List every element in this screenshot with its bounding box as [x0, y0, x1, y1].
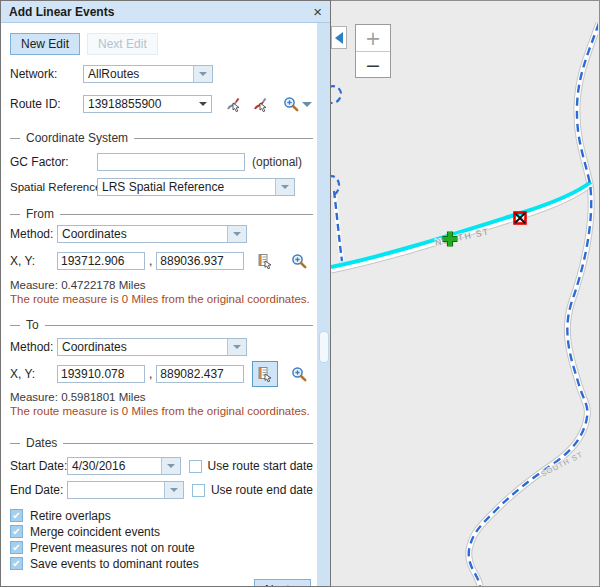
- next-edit-button: Next Edit: [87, 33, 158, 55]
- add-linear-events-panel: Add Linear Events × New Edit Next Edit N…: [0, 0, 331, 587]
- magnifier-plus-icon: [291, 366, 308, 383]
- app-window: Add Linear Events × New Edit Next Edit N…: [0, 0, 600, 587]
- use-route-end-date-checkbox[interactable]: [192, 484, 205, 497]
- option-row: Merge coincident events: [10, 524, 313, 539]
- xy-separator: ,: [149, 254, 152, 268]
- spatial-reference-dropdown-button[interactable]: [275, 179, 294, 195]
- prevent-measures-label: Prevent measures not on route: [30, 541, 195, 555]
- to-measure-text: Measure: 0.5981801 Miles: [10, 391, 313, 403]
- network-dropdown-button[interactable]: [193, 66, 212, 82]
- chevron-down-icon: [302, 102, 312, 112]
- chevron-down-icon: [199, 72, 207, 80]
- merge-coincident-events-checkbox[interactable]: [10, 525, 23, 538]
- route-id-value: 13918855900: [84, 96, 195, 112]
- merge-coincident-events-label: Merge coincident events: [30, 525, 160, 539]
- to-warning-text: The route measure is 0 Miles from the or…: [10, 405, 313, 417]
- route-cursor-icon: [226, 96, 242, 112]
- to-method-select[interactable]: Coordinates: [57, 338, 247, 356]
- end-date-value: [68, 482, 164, 498]
- magnifier-plus-icon: [291, 253, 308, 270]
- section-title: From: [26, 207, 54, 221]
- map-graphics: NORTH ST SOUTH ST: [331, 1, 598, 586]
- prevent-measures-checkbox[interactable]: [10, 541, 23, 554]
- xy-separator: ,: [149, 367, 152, 381]
- to-method-label: Method:: [10, 340, 57, 354]
- from-zoom-button[interactable]: [287, 249, 311, 273]
- route-loop: [331, 86, 341, 103]
- spatial-reference-select[interactable]: LRS Spatial Reference: [97, 178, 295, 196]
- gc-factor-label: GC Factor:: [10, 155, 97, 169]
- to-method-dropdown-button[interactable]: [227, 339, 246, 355]
- route-cursor-red-icon: [253, 96, 269, 112]
- use-route-start-date-checkbox[interactable]: [189, 460, 202, 473]
- from-method-dropdown-button[interactable]: [227, 226, 246, 242]
- route-id-dropdown-button[interactable]: [195, 96, 211, 112]
- option-row: Retire overlaps: [10, 508, 313, 523]
- optional-note: (optional): [252, 155, 302, 169]
- retire-overlaps-checkbox[interactable]: [10, 509, 23, 522]
- from-x-input[interactable]: [57, 252, 145, 270]
- to-zoom-button[interactable]: [287, 362, 311, 386]
- option-row: Save events to dominant routes: [10, 556, 313, 571]
- use-route-end-date-label: Use route end date: [211, 483, 313, 497]
- from-method-select[interactable]: Coordinates: [57, 225, 247, 243]
- to-xy-label: X, Y:: [10, 367, 57, 381]
- chevron-down-icon: [233, 345, 241, 353]
- chevron-down-icon: [233, 232, 241, 240]
- chevron-down-icon: [199, 102, 207, 110]
- selected-route-highlight: [331, 182, 591, 267]
- zoom-out-button[interactable]: −: [356, 52, 390, 78]
- end-date-picker[interactable]: [67, 481, 184, 499]
- network-label: Network:: [10, 67, 83, 81]
- map-canvas[interactable]: NORTH ST SOUTH ST + −: [331, 0, 600, 587]
- select-route-from-selection-button[interactable]: [250, 92, 274, 116]
- start-date-picker[interactable]: 4/30/2016: [67, 457, 181, 475]
- chevron-down-icon: [281, 185, 289, 193]
- chevron-left-icon: [335, 32, 343, 44]
- to-x-input[interactable]: [57, 365, 145, 383]
- from-y-input[interactable]: [156, 252, 244, 270]
- chevron-down-icon: [170, 488, 178, 496]
- start-date-dropdown-button[interactable]: [161, 458, 180, 474]
- table-cursor-icon: [257, 366, 273, 382]
- retire-overlaps-label: Retire overlaps: [30, 509, 111, 523]
- option-row: Prevent measures not on route: [10, 540, 313, 555]
- end-date-label: End Date:: [10, 483, 67, 497]
- to-pick-on-map-button[interactable]: [252, 361, 278, 387]
- to-y-input[interactable]: [156, 365, 244, 383]
- select-route-on-map-button[interactable]: [222, 92, 246, 116]
- gc-factor-input[interactable]: [97, 153, 245, 171]
- section-title: To: [26, 318, 39, 332]
- spatial-reference-value: LRS Spatial Reference: [98, 179, 275, 195]
- from-measure-text: Measure: 0.4722178 Miles: [10, 279, 313, 291]
- next-button[interactable]: Next >: [254, 579, 311, 586]
- scrollbar-thumb[interactable]: [319, 331, 329, 363]
- new-edit-button[interactable]: New Edit: [10, 33, 80, 55]
- save-events-dominant-routes-label: Save events to dominant routes: [30, 557, 199, 571]
- zoom-in-button[interactable]: +: [356, 25, 390, 52]
- coordinate-system-section-header: Coordinate System: [10, 131, 313, 145]
- from-pick-on-map-button[interactable]: [253, 249, 277, 273]
- route-id-combobox[interactable]: 13918855900: [83, 95, 212, 113]
- start-date-value: 4/30/2016: [68, 458, 161, 474]
- spatial-reference-label: Spatial Reference:: [10, 181, 97, 193]
- collapse-panel-button[interactable]: [331, 26, 347, 49]
- use-route-start-date-label: Use route start date: [208, 459, 313, 473]
- to-section-header: To: [10, 318, 313, 332]
- from-xy-label: X, Y:: [10, 254, 57, 268]
- from-method-value: Coordinates: [58, 226, 227, 242]
- chevron-down-icon: [167, 464, 175, 472]
- network-select[interactable]: AllRoutes: [83, 65, 213, 83]
- zoom-to-route-button[interactable]: [281, 92, 313, 116]
- panel-titlebar: Add Linear Events ×: [1, 1, 330, 23]
- end-date-dropdown-button[interactable]: [164, 482, 183, 498]
- from-method-label: Method:: [10, 227, 57, 241]
- magnifier-plus-icon: [283, 96, 300, 113]
- close-icon[interactable]: ×: [313, 4, 322, 19]
- table-cursor-icon: [257, 253, 273, 269]
- panel-content: New Edit Next Edit Network: AllRoutes Ro…: [1, 23, 317, 586]
- map-zoom-control: + −: [355, 24, 391, 78]
- save-events-dominant-routes-checkbox[interactable]: [10, 557, 23, 570]
- panel-scrollbar[interactable]: [317, 23, 330, 586]
- section-title: Dates: [26, 436, 57, 450]
